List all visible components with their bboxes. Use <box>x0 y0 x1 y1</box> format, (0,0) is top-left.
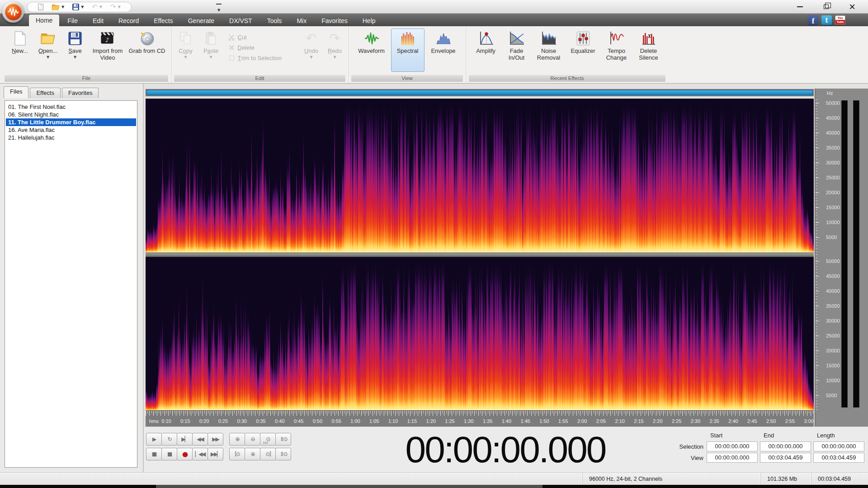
tab-edit[interactable]: Edit <box>86 16 110 26</box>
new-button[interactable]: N̲ew... <box>7 28 33 72</box>
tab-effects-panel[interactable]: Effects <box>30 88 61 98</box>
status-format: 96000 Hz, 24-bit, 2 Channels <box>582 473 760 485</box>
go-to-end-button[interactable]: ▶▶▏ <box>208 448 223 460</box>
zoom-out-button[interactable]: ⊖ <box>245 433 260 446</box>
tempo-change-button[interactable]: Tempo Change <box>600 28 633 72</box>
view-start-field[interactable]: 00:00:00.000 <box>707 453 758 463</box>
facebook-icon[interactable]: f <box>808 15 818 25</box>
quick-save-button[interactable]: ▼ <box>69 2 87 12</box>
rewind-button[interactable]: ◀◀ <box>192 433 208 446</box>
quick-undo-button[interactable]: ↶ ▼ <box>89 2 105 12</box>
spectrogram-right-channel[interactable] <box>146 257 814 411</box>
file-list[interactable]: 01. The First Noel.flac 06. Silent Night… <box>5 100 137 468</box>
ruler-time-label: 1:35 <box>483 418 492 424</box>
zoom-100-button[interactable]: ⊙100 <box>260 433 276 446</box>
delete-silence-button[interactable]: Delete Silence <box>633 28 665 72</box>
youtube-icon[interactable]: You Tube <box>835 15 845 25</box>
pause-button[interactable]: ▮▮ <box>161 448 177 460</box>
tab-effects[interactable]: Effects <box>147 16 180 26</box>
selection-end-field[interactable]: 00:00:00.000 <box>760 441 811 451</box>
zoom-vertical-button[interactable]: ⇕⊙ <box>275 433 291 446</box>
restore-button[interactable] <box>813 0 839 14</box>
chevron-down-icon[interactable]: ▼ <box>47 55 49 59</box>
status-duration: 00:03:04.459 <box>811 473 868 485</box>
file-list-item[interactable]: 16. Ave Maria.flac <box>6 126 136 134</box>
equalizer-button[interactable]: Equalizer <box>566 28 600 72</box>
spectral-view-button[interactable]: Spectral <box>391 28 425 72</box>
loop-button[interactable]: ↻ <box>161 433 177 446</box>
undo-button[interactable]: ↶ U̲ndo ▼ <box>300 28 323 72</box>
tab-mix[interactable]: Mix <box>290 16 313 26</box>
file-list-item-selected[interactable]: 11. The Little Drummer Boy.flac <box>6 118 136 126</box>
chevron-down-icon[interactable]: ▼ <box>81 5 84 9</box>
trim-to-selection-button[interactable]: T̲rim to Selection <box>228 55 295 61</box>
paste-button[interactable]: Pa̲ste ▼ <box>198 28 224 72</box>
stop-button[interactable]: ■ <box>146 448 162 460</box>
grab-from-cd-button[interactable]: Grab from CD <box>128 28 166 72</box>
overview-scrollbar[interactable] <box>146 89 814 96</box>
tab-files[interactable]: Files <box>4 86 28 98</box>
twitter-icon[interactable]: t <box>821 15 832 25</box>
frequency-tick-mark <box>816 163 819 163</box>
tab-dxvst[interactable]: DX/VST <box>222 16 259 26</box>
view-length-field[interactable]: 00:03:04.459 <box>813 453 864 463</box>
tab-home[interactable]: Home <box>29 14 59 26</box>
close-button[interactable]: × <box>839 0 865 14</box>
waveform-view-button[interactable]: Waveform <box>352 28 391 72</box>
open-button[interactable]: O̲pen... ▼ <box>33 28 63 72</box>
minimize-button[interactable] <box>787 0 813 14</box>
save-button[interactable]: S̲ave ▼ <box>63 28 87 72</box>
frequency-tick-label: 35000 <box>826 145 840 150</box>
play-button[interactable]: ▶ <box>146 433 162 446</box>
copy-button[interactable]: Co̲py ▼ <box>173 28 198 72</box>
delete-button[interactable]: D̲elete <box>228 44 295 51</box>
amplify-button[interactable]: Amplify <box>470 28 502 72</box>
file-list-item[interactable]: 06. Silent Night.flac <box>6 111 136 118</box>
cut-button[interactable]: C̲ut <box>228 34 295 41</box>
frequency-tick-label: 30000 <box>826 160 840 165</box>
redo-button[interactable]: ↷ R̲edo ▼ <box>323 28 347 72</box>
ruler-time-label: 1:55 <box>558 418 568 424</box>
tab-favorites-panel[interactable]: Favorites <box>62 88 99 98</box>
tab-tools[interactable]: Tools <box>260 16 289 26</box>
record-button[interactable]: ● <box>177 448 193 460</box>
amplify-icon <box>478 30 494 47</box>
channel-divider[interactable] <box>146 253 814 257</box>
view-end-field[interactable]: 00:03:04.459 <box>760 453 811 463</box>
quick-new-button[interactable] <box>35 2 47 12</box>
tab-file[interactable]: File <box>61 16 85 26</box>
play-to-end-button[interactable]: ▶▏ <box>177 433 193 446</box>
frequency-tick-label: 10000 <box>826 220 840 225</box>
zoom-in-2-button[interactable]: ⊕ <box>245 448 260 460</box>
tab-favorites[interactable]: Favorites <box>315 16 354 26</box>
time-ruler[interactable]: hms0:100:150:200:250:300:350:400:450:500… <box>146 410 814 427</box>
zoom-in-button[interactable]: ⊕ <box>229 433 245 446</box>
zoom-vertical-2-button[interactable]: ⇕⊙ <box>275 448 291 460</box>
chevron-down-icon[interactable]: ▼ <box>118 5 121 9</box>
frequency-tick-mark <box>816 261 819 262</box>
chevron-down-icon[interactable]: ▼ <box>74 55 76 59</box>
tab-generate[interactable]: Generate <box>181 16 221 26</box>
import-from-video-button[interactable]: ♪ Import from Video <box>87 28 128 72</box>
app-logo-button[interactable] <box>2 1 24 23</box>
quick-open-button[interactable]: ▼ <box>48 2 67 12</box>
zoom-out-2-button[interactable]: ⊙] <box>260 448 276 460</box>
fast-forward-button[interactable]: ▶▶ <box>208 433 223 446</box>
fade-in-out-button[interactable]: Fade In/Out <box>502 28 532 72</box>
overview-scrollbar-thumb[interactable] <box>146 90 813 95</box>
customize-toolbar-button[interactable]: ▼ <box>216 4 222 13</box>
chevron-down-icon[interactable]: ▼ <box>99 5 102 9</box>
quick-redo-button[interactable]: ↷ ▼ <box>107 2 124 12</box>
envelope-view-button[interactable]: Envelope <box>425 28 462 72</box>
spectrogram-left-channel[interactable] <box>146 99 814 253</box>
go-to-start-button[interactable]: ▏◀◀ <box>192 448 208 460</box>
noise-removal-button[interactable]: Noise Removal <box>532 28 566 72</box>
file-list-item[interactable]: 01. The First Noel.flac <box>6 103 136 111</box>
chevron-down-icon[interactable]: ▼ <box>61 5 64 9</box>
file-list-item[interactable]: 21. Hallelujah.flac <box>6 134 136 141</box>
selection-length-field[interactable]: 00:00:00.000 <box>813 441 864 451</box>
zoom-selection-button[interactable]: [⊙ <box>229 448 245 460</box>
tab-help[interactable]: Help <box>356 16 382 26</box>
selection-start-field[interactable]: 00:00:00.000 <box>707 441 758 451</box>
tab-record[interactable]: Record <box>112 16 146 26</box>
